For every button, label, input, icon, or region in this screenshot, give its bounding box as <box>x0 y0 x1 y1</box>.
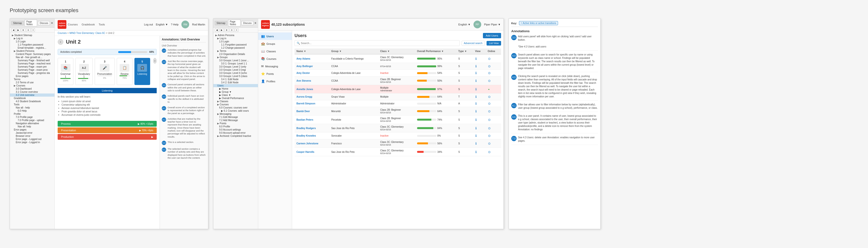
tab-sitemap-1[interactable]: Sitemap <box>11 21 24 25</box>
tree-gradebook[interactable]: Gradebook <box>10 97 55 100</box>
tree2-admin-persona[interactable]: ▶Admin Persona <box>213 34 258 37</box>
tree-js-error[interactable]: Javascript error <box>10 131 55 134</box>
tree-nav-all-help[interactable]: Nav all: help <box>10 125 55 128</box>
view-icon-amy-dexter[interactable]: ℹ <box>475 71 476 75</box>
view-icon-bradley-knowles[interactable]: ℹ <box>475 134 476 137</box>
tree-4-0-gradebook[interactable]: 4.0 Student Gradebook <box>10 100 55 103</box>
tree-1-0-login[interactable]: 1.0 Login <box>10 40 55 43</box>
tree-tools[interactable]: Tools <box>10 103 55 106</box>
tree2-6-1[interactable]: ▶ 6.1 Courses: add cours <box>213 109 258 113</box>
tree-7-0-upload[interactable]: 7.0 Profile page - upload <box>10 119 55 122</box>
users-search-input[interactable] <box>294 40 460 46</box>
col-online[interactable]: Online <box>486 49 501 54</box>
tree2-1-2-change[interactable]: 1.2 Change password <box>213 46 258 50</box>
view-icon-barrett-simpson[interactable]: ℹ <box>475 102 476 105</box>
section-pronunciation[interactable]: 3 🎤 Pronunciation 0% <box>95 58 115 85</box>
tree-error-logged-in[interactable]: Error page - Logged in <box>10 141 55 144</box>
language-selector-2[interactable]: English ▼ <box>459 23 471 26</box>
tree-6-0-help[interactable]: 6.0 Help <box>10 109 55 113</box>
process-button[interactable]: Process ▶ 80% +10pts <box>58 121 157 127</box>
advanced-search-button[interactable]: Advanced search <box>462 41 485 46</box>
tree2-3-0-1[interactable]: 3.0 1: Groups: Level 1 1 <box>213 62 258 65</box>
col-type[interactable]: Type ▼ <box>456 49 473 54</box>
tree2-points[interactable]: ▶Points <box>213 122 258 125</box>
col-perf[interactable]: Overall Performance ▼ <box>415 49 457 54</box>
user-name-ann-stevens[interactable]: Ann Stevens <box>297 80 311 82</box>
user-name-amy-adams[interactable]: Amy Adams <box>297 57 310 60</box>
section-listening[interactable]: 5 🎧 Listening <box>134 58 150 85</box>
user-name-bambi-deer[interactable]: Bambi Deer <box>297 110 310 113</box>
tool-next-2[interactable]: ▶ <box>220 28 224 32</box>
tab-page-notes-2[interactable]: Page Notes <box>228 20 241 26</box>
col-group[interactable]: Group ▼ <box>330 49 378 54</box>
tree-3-0-dashboard[interactable]: 3.0 Dashboard <box>10 87 55 90</box>
tree2-3-0-level4[interactable]: 3.0 Groups: Level 4 (scho <box>213 71 258 74</box>
view-icon-carmen-johnstone[interactable]: ℹ <box>475 142 476 145</box>
tree-1-1-forgotten[interactable]: 1.1 Forgotten password <box>10 43 55 46</box>
tool-zoom-in-1[interactable]: ⊕ <box>21 28 25 32</box>
tree-nav-all[interactable]: Nav all - free growth al… <box>10 56 55 59</box>
tree-3-1-course[interactable]: 3.1 Course overview <box>10 90 55 93</box>
tree2-1-0-login[interactable]: 1.0 Login <box>213 40 258 43</box>
tree-student-persona[interactable]: ▶Student Persona <box>10 50 55 53</box>
user-name-bradley-rodgers[interactable]: Bradley Rodgers <box>297 127 316 130</box>
tree-login[interactable]: ▶Log in <box>10 37 55 40</box>
nav-classes[interactable]: 📖 Classes <box>258 48 292 55</box>
tree2-archived[interactable]: ▶Archived: Completed Inactive <box>213 134 258 137</box>
tree2-users[interactable]: Users <box>213 84 258 87</box>
view-icon-casper-harrells[interactable]: ℹ <box>475 150 476 154</box>
view-icon-amy-bollinger[interactable]: ℹ <box>475 64 476 68</box>
tree2-3-0-groups[interactable]: 3.0 Groups: Level 1 (sour… <box>213 59 258 62</box>
tab-discuss-2[interactable]: Discuss <box>242 21 253 25</box>
tool-zoom-out-1[interactable]: ⊖ <box>26 28 31 32</box>
nav-tools[interactable]: Tools <box>99 22 105 27</box>
list-view-button[interactable]: List View <box>487 41 501 45</box>
tree-email-template[interactable]: Email template - registra… <box>10 46 55 50</box>
col-name[interactable]: Name ▼ <box>294 49 330 54</box>
col-class[interactable]: Class ▼ <box>378 49 415 54</box>
user-name-bastian-peters[interactable]: Bastian Peters <box>297 118 313 121</box>
tree2-9-0-upload[interactable]: 9.0 Account upload error <box>213 131 258 134</box>
tree2-1-1-forgotten[interactable]: 1.1 Forgotten password <box>213 43 258 46</box>
tree-summary-finished[interactable]: Summary Page - finished well <box>10 59 55 62</box>
nav-courses[interactable]: 📚 Courses <box>258 55 292 62</box>
tree-error-logged-out[interactable]: Error page - Logged out <box>10 137 55 141</box>
tree-student-sitemap[interactable]: ▶Student Sitemap <box>10 34 55 37</box>
tree2-groups[interactable]: ▶Groups <box>213 56 258 59</box>
tree-courses-nav[interactable]: ▶Courses <box>10 84 55 87</box>
close-icon-1[interactable]: ✕ <box>51 22 53 25</box>
close-icon-2[interactable]: ✕ <box>254 22 256 25</box>
view-icon-amy-adams[interactable]: ℹ <box>475 57 476 61</box>
tool-zoom-out-2[interactable]: ⊖ <box>229 28 234 32</box>
view-icon-bradley-rodgers[interactable]: ℹ <box>475 126 476 130</box>
tree-browser-error[interactable]: Browser error <box>10 134 55 137</box>
section-vocabulary[interactable]: 2 A-Z Vocabulary 1 85% <box>75 58 93 85</box>
tree-2-0-terms[interactable]: 2.0 Terms of use <box>10 81 55 84</box>
nav-users[interactable]: 👥 Users <box>258 32 292 40</box>
tool-next-1[interactable]: ▶ <box>16 28 20 32</box>
tree-3-2-unit[interactable]: 3.2 Unit overview <box>10 93 55 97</box>
tree2-7-2-add[interactable]: 7.2 Add Message <box>213 119 258 122</box>
tree2-terms[interactable]: ▶Terms <box>213 50 258 53</box>
view-icon-aurora-gregg[interactable]: ℹ <box>475 95 476 99</box>
tool-prev-1[interactable]: ◀ <box>11 28 16 32</box>
section-grammar[interactable]: 1 📚 Grammar 1 100% <box>58 58 73 85</box>
section-review[interactable]: 4 📋 Review 75% <box>117 58 132 85</box>
nav-messaging[interactable]: ✉ Messaging <box>258 62 292 70</box>
tree2-courses-2[interactable]: ▶Courses <box>213 103 258 106</box>
nav-points[interactable]: ⭐ Points <box>258 70 292 78</box>
tree2-3-4-2[interactable]: 3.4 2: Edit Node <box>213 81 258 84</box>
tree-summary-exam-proc[interactable]: Summary Page - exam proc <box>10 68 55 71</box>
tree2-home[interactable]: ▶ Home <box>213 87 258 90</box>
tab-page-notes-1[interactable]: Page Notes <box>25 20 37 26</box>
nav-courses[interactable]: Courses <box>68 22 78 27</box>
tree-terms[interactable]: Terms <box>10 78 55 81</box>
user-name-amy-bollinger[interactable]: Amy Bollinger <box>297 65 313 68</box>
nav-gradebook[interactable]: Gradebook <box>82 22 95 27</box>
tree2-7-1-message[interactable]: 7.1 Edit Message <box>213 116 258 119</box>
user-name-carmen-johnstone[interactable]: Carmen Johnstone <box>297 142 318 145</box>
tree2-9-0-account[interactable]: 9.0 Account settings <box>213 128 258 131</box>
view-icon-annette-jones[interactable]: ℹ <box>475 87 476 91</box>
view-icon-bambi-deer[interactable]: ℹ <box>475 110 476 113</box>
tree-profile[interactable]: Profile <box>10 113 55 116</box>
